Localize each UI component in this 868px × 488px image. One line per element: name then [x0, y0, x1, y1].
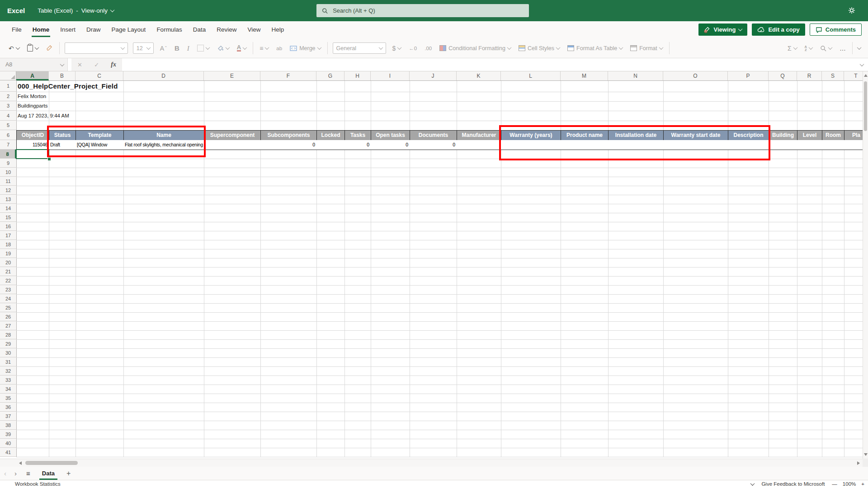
- column-header-O[interactable]: O: [663, 71, 728, 80]
- sort-filter-button[interactable]: AZ: [803, 44, 814, 52]
- table-header-S[interactable]: Room: [822, 130, 844, 141]
- column-header-R[interactable]: R: [797, 71, 822, 80]
- table-header-R[interactable]: Level: [797, 130, 822, 141]
- autosum-button[interactable]: Σ: [786, 44, 798, 52]
- insert-function-icon[interactable]: fx: [111, 61, 116, 68]
- table-cell-G7[interactable]: [316, 140, 345, 150]
- app-logo[interactable]: Excel: [7, 7, 25, 14]
- row-header-28[interactable]: 28: [0, 330, 16, 339]
- table-cell-S7[interactable]: [822, 140, 844, 150]
- row-header-3[interactable]: 3: [0, 101, 16, 111]
- row-header-12[interactable]: 12: [0, 186, 16, 195]
- scroll-left-icon[interactable]: [19, 461, 22, 465]
- column-header-D[interactable]: D: [123, 71, 204, 80]
- row-header-9[interactable]: 9: [0, 159, 16, 168]
- zoom-in-button[interactable]: +: [861, 481, 864, 487]
- column-header-K[interactable]: K: [457, 71, 501, 80]
- fill-color-button[interactable]: [216, 44, 231, 52]
- font-name-select[interactable]: [65, 42, 128, 54]
- menu-tab-draw[interactable]: Draw: [81, 21, 106, 38]
- row-header-8[interactable]: 8: [0, 150, 16, 159]
- increase-decimal-button[interactable]: .00: [423, 44, 433, 52]
- add-sheet-icon[interactable]: +: [61, 469, 76, 478]
- select-all-corner[interactable]: [0, 71, 16, 80]
- cell-styles-button[interactable]: Cell Styles: [517, 44, 561, 52]
- column-header-F[interactable]: F: [260, 71, 316, 80]
- table-cell-H7[interactable]: 0: [344, 140, 371, 150]
- cell-A3[interactable]: Buildingparts: [18, 101, 47, 111]
- column-header-B[interactable]: B: [49, 71, 75, 80]
- table-header-G[interactable]: Locked: [316, 130, 345, 141]
- row-header-15[interactable]: 15: [0, 213, 16, 222]
- row-header-40[interactable]: 40: [0, 439, 16, 448]
- wrap-text-button[interactable]: ab: [275, 44, 283, 52]
- row-header-23[interactable]: 23: [0, 285, 16, 294]
- align-button[interactable]: ≡: [258, 44, 270, 52]
- currency-format-button[interactable]: $: [391, 44, 403, 52]
- row-header-11[interactable]: 11: [0, 177, 16, 186]
- row-header-10[interactable]: 10: [0, 168, 16, 177]
- row-header-20[interactable]: 20: [0, 258, 16, 267]
- sheet-tab-data[interactable]: Data: [36, 467, 61, 480]
- format-painter-button[interactable]: [45, 44, 54, 52]
- column-header-L[interactable]: L: [501, 71, 561, 80]
- conditional-formatting-button[interactable]: Conditional Formatting: [438, 44, 512, 52]
- confirm-icon[interactable]: ✓: [94, 61, 99, 68]
- row-header-33[interactable]: 33: [0, 375, 16, 385]
- column-header-G[interactable]: G: [316, 71, 344, 80]
- format-as-table-button[interactable]: Format As Table: [566, 44, 624, 52]
- column-header-J[interactable]: J: [410, 71, 457, 80]
- formula-input[interactable]: [122, 61, 856, 68]
- row-header-6[interactable]: 6: [0, 130, 16, 140]
- row-header-14[interactable]: 14: [0, 204, 16, 213]
- row-header-25[interactable]: 25: [0, 303, 16, 312]
- comments-button[interactable]: Comments: [810, 23, 862, 36]
- table-header-Q[interactable]: Building: [769, 130, 797, 141]
- vertical-scroll-thumb[interactable]: [864, 81, 867, 131]
- row-header-17[interactable]: 17: [0, 231, 16, 240]
- row-header-29[interactable]: 29: [0, 339, 16, 348]
- column-header-P[interactable]: P: [728, 71, 769, 80]
- column-header-A[interactable]: A: [16, 71, 49, 80]
- table-cell-Q7[interactable]: [769, 140, 797, 150]
- edit-a-copy-button[interactable]: Edit a copy: [752, 23, 805, 36]
- spreadsheet-grid[interactable]: ABCDEFGHIJKLMNOPQRST12345678910111213141…: [0, 71, 868, 459]
- menu-tab-view[interactable]: View: [242, 21, 266, 38]
- row-header-26[interactable]: 26: [0, 312, 16, 321]
- column-header-E[interactable]: E: [204, 71, 260, 80]
- row-header-31[interactable]: 31: [0, 357, 16, 366]
- table-header-E[interactable]: Supercomponent: [204, 130, 261, 141]
- formula-bar-expand[interactable]: [856, 58, 868, 71]
- feedback-link[interactable]: Give Feedback to Microsoft: [761, 481, 825, 487]
- column-header-I[interactable]: I: [371, 71, 410, 80]
- chevron-down-icon[interactable]: [750, 481, 755, 486]
- cell-A1[interactable]: 000_HelpCenter_Project_Field: [18, 80, 118, 92]
- undo-button[interactable]: ↶: [7, 44, 21, 52]
- scroll-right-icon[interactable]: [857, 461, 860, 465]
- table-cell-E7[interactable]: [204, 140, 261, 150]
- column-header-S[interactable]: S: [822, 71, 844, 80]
- menu-tab-home[interactable]: Home: [27, 21, 55, 38]
- table-header-I[interactable]: Open tasks: [371, 130, 410, 141]
- row-header-4[interactable]: 4: [0, 111, 16, 121]
- prev-sheet-icon[interactable]: ‹: [0, 469, 10, 477]
- find-button[interactable]: [819, 44, 833, 52]
- menu-tab-review[interactable]: Review: [211, 21, 242, 38]
- table-cell-F7[interactable]: 0: [260, 140, 317, 150]
- row-header-22[interactable]: 22: [0, 276, 16, 285]
- row-header-2[interactable]: 2: [0, 92, 16, 101]
- table-cell-I7[interactable]: 0: [371, 140, 410, 150]
- font-size-select[interactable]: 12: [133, 42, 154, 54]
- cell-A2[interactable]: Felix Morton: [18, 92, 46, 101]
- menu-tab-formulas[interactable]: Formulas: [151, 21, 187, 38]
- search-bar[interactable]: [316, 4, 529, 17]
- table-cell-R7[interactable]: [797, 140, 822, 150]
- row-header-36[interactable]: 36: [0, 403, 16, 412]
- horizontal-scroll-thumb[interactable]: [25, 461, 78, 465]
- decrease-decimal-button[interactable]: ←0: [407, 44, 418, 52]
- search-input[interactable]: [332, 7, 524, 14]
- row-header-24[interactable]: 24: [0, 294, 16, 303]
- row-header-13[interactable]: 13: [0, 195, 16, 204]
- row-header-34[interactable]: 34: [0, 385, 16, 394]
- table-header-A[interactable]: ObjectID: [16, 130, 49, 141]
